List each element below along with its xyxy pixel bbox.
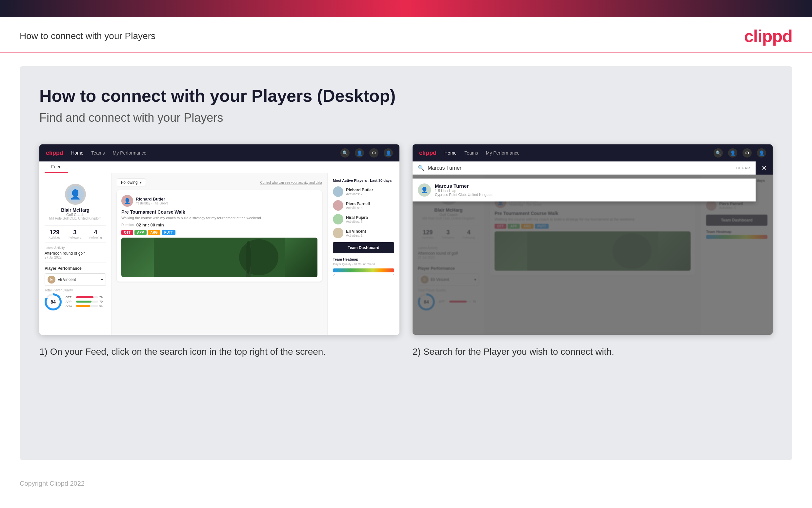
app-navbar-2: clippd Home Teams My Performance 🔍 👤 ⚙ 👤 xyxy=(413,144,773,162)
nav-home-2[interactable]: Home xyxy=(444,150,457,156)
activity-meta-1: Yesterday · The Grove xyxy=(136,202,169,205)
step1-caption: 1) On your Feed, click on the search ico… xyxy=(39,335,399,358)
stat-followers-label-1: Followers xyxy=(68,236,81,239)
app-mockup-2: clippd Home Teams My Performance 🔍 👤 ⚙ 👤… xyxy=(413,144,773,335)
player-performance-label-1: Player Performance xyxy=(45,266,106,271)
heatmap-min-1: -5 xyxy=(333,274,335,277)
stat-activities-1: 129 Activities xyxy=(49,229,60,239)
search-bar-container: 🔍 Marcus Turner CLEAR ✕ xyxy=(413,162,773,175)
screenshot-col-1: clippd Home Teams My Performance 🔍 👤 ⚙ 👤… xyxy=(39,144,399,358)
heatmap-subtitle-1: Player Quality · 20 Round Trend xyxy=(333,262,394,266)
settings-icon-1[interactable]: ⚙ xyxy=(369,148,378,158)
app-logo-1: clippd xyxy=(46,150,63,157)
arg-value-1: 64 xyxy=(99,304,106,307)
quality-label-1: Total Player Quality xyxy=(45,289,106,292)
app-body-1: 👤 Blair McHarg Golf Coach Mill Ride Golf… xyxy=(39,173,399,335)
search-icon-2[interactable]: 🔍 xyxy=(714,148,723,158)
search-result-name: Marcus Turner xyxy=(435,183,493,189)
player-performance-section-1: Player Performance E Eli Vincent ▾ Total… xyxy=(45,263,106,314)
profile-name-1: Blair McHarg xyxy=(45,207,106,213)
player-avatar-hiral-1 xyxy=(333,214,343,224)
profile-avatar-1: 👤 xyxy=(65,184,86,205)
quality-score-1: 84 OTT 79 APP xyxy=(45,293,106,310)
stats-row-1: 129 Activities 3 Followers 4 Following xyxy=(45,226,106,243)
avatar-icon-2[interactable]: 👤 xyxy=(757,148,766,158)
arg-track-1 xyxy=(76,305,98,307)
app-fill-1 xyxy=(76,301,92,303)
user-icon-1[interactable]: 👤 xyxy=(355,148,364,158)
player-select-name-1: Eli Vincent xyxy=(57,277,76,282)
control-link-1[interactable]: Control who can see your activity and da… xyxy=(260,181,322,184)
nav-home-1[interactable]: Home xyxy=(71,150,83,156)
activity-avatar-1: 👤 xyxy=(121,195,133,207)
player-activities-richard-1: Activities: 7 xyxy=(346,192,373,196)
ott-track-1 xyxy=(76,296,98,298)
logo: clippd xyxy=(744,26,792,46)
player-name-eli-1: Eli Vincent xyxy=(346,229,366,234)
ott-label-1: OTT xyxy=(65,296,75,299)
following-row-1: Following ▾ Control who can see your act… xyxy=(117,178,322,186)
search-result-item[interactable]: 👤 Marcus Turner 1-5 Handicap Cypress Poi… xyxy=(413,178,756,202)
tag-putt-1: PUTT xyxy=(162,230,176,235)
player-select-1[interactable]: E Eli Vincent ▾ xyxy=(45,273,106,286)
player-name-hiral-1: Hiral Pujara xyxy=(346,215,368,220)
main-heading: How to connect with your Players (Deskto… xyxy=(39,86,773,106)
search-icon-overlay: 🔍 xyxy=(418,165,424,171)
activity-user-info-1: Richard Butler Yesterday · The Grove xyxy=(136,197,169,205)
app-track-1 xyxy=(76,301,98,303)
heatmap-max-1: +5 xyxy=(391,274,394,277)
search-result-handicap: 1-5 Handicap xyxy=(435,189,493,193)
nav-teams-1[interactable]: Teams xyxy=(91,150,105,156)
stat-followers-1: 3 Followers xyxy=(68,229,81,239)
player-avatar-eli-1 xyxy=(333,228,343,238)
stat-activities-number-1: 129 xyxy=(49,229,60,236)
search-result-avatar: 👤 xyxy=(418,183,431,197)
following-button-1[interactable]: Following ▾ xyxy=(117,178,146,186)
main-subheading: Find and connect with your Players xyxy=(39,111,773,125)
duration-value-1: 02 hr : 00 min xyxy=(136,222,164,227)
screenshot-col-2: clippd Home Teams My Performance 🔍 👤 ⚙ 👤… xyxy=(413,144,773,358)
bar-stats-1: OTT 79 APP 70 xyxy=(65,296,106,308)
player-name-piers-1: Piers Parnell xyxy=(346,202,370,206)
feed-tab-1[interactable]: Feed xyxy=(45,162,68,173)
feed-tab-bar-1: Feed xyxy=(39,162,399,173)
nav-teams-2[interactable]: Teams xyxy=(464,150,478,156)
player-avatar-piers-1 xyxy=(333,200,343,211)
right-panel-1: Most Active Players - Last 30 days Richa… xyxy=(327,173,399,335)
search-input-display[interactable]: Marcus Turner xyxy=(428,165,733,171)
arg-fill-1 xyxy=(76,305,90,307)
stat-activities-label-1: Activities xyxy=(49,236,60,239)
nav-myperformance-2[interactable]: My Performance xyxy=(486,150,520,156)
tag-ott-1: OTT xyxy=(121,230,133,235)
app-label-1: APP xyxy=(65,300,75,303)
nav-myperformance-1[interactable]: My Performance xyxy=(113,150,147,156)
middle-panel-1: Following ▾ Control who can see your act… xyxy=(111,173,327,335)
score-circle-1: 84 xyxy=(45,293,62,310)
app-navbar-1: clippd Home Teams My Performance 🔍 👤 ⚙ 👤 xyxy=(39,144,399,162)
tags-row-1: OTT APP ARG PUTT xyxy=(121,230,318,235)
search-icon-1[interactable]: 🔍 xyxy=(340,148,349,158)
profile-role-1: Golf Coach xyxy=(45,213,106,217)
ott-bar-row-1: OTT 79 xyxy=(65,296,106,299)
most-active-title-1: Most Active Players - Last 30 days xyxy=(333,178,394,182)
latest-activity-label-1: Latest Activity xyxy=(45,246,106,250)
user-icon-2[interactable]: 👤 xyxy=(728,148,737,158)
left-panel-1: 👤 Blair McHarg Golf Coach Mill Ride Golf… xyxy=(39,173,111,335)
avatar-icon-1[interactable]: 👤 xyxy=(384,148,393,158)
avatar-inner-1: 👤 xyxy=(67,186,84,203)
close-button[interactable]: ✕ xyxy=(756,162,773,175)
player-avatar-richard-1 xyxy=(333,186,343,197)
activity-user-row-1: 👤 Richard Butler Yesterday · The Grove xyxy=(121,195,318,207)
duration-label-1: Duration xyxy=(121,223,134,227)
activity-card-1: 👤 Richard Butler Yesterday · The Grove P… xyxy=(117,190,322,282)
main-content: How to connect with your Players (Deskto… xyxy=(20,66,792,460)
stat-following-1: 4 Following xyxy=(89,229,102,239)
duration-row-1: Duration 02 hr : 00 min xyxy=(121,222,318,227)
settings-icon-2[interactable]: ⚙ xyxy=(743,148,752,158)
clear-button[interactable]: CLEAR xyxy=(736,166,750,170)
page-title: How to connect with your Players xyxy=(20,31,155,41)
team-dashboard-btn-1[interactable]: Team Dashboard xyxy=(333,242,394,253)
app-logo-2: clippd xyxy=(419,150,436,157)
score-inner-1: 84 xyxy=(47,295,60,308)
activity-image-svg-1 xyxy=(121,238,318,277)
